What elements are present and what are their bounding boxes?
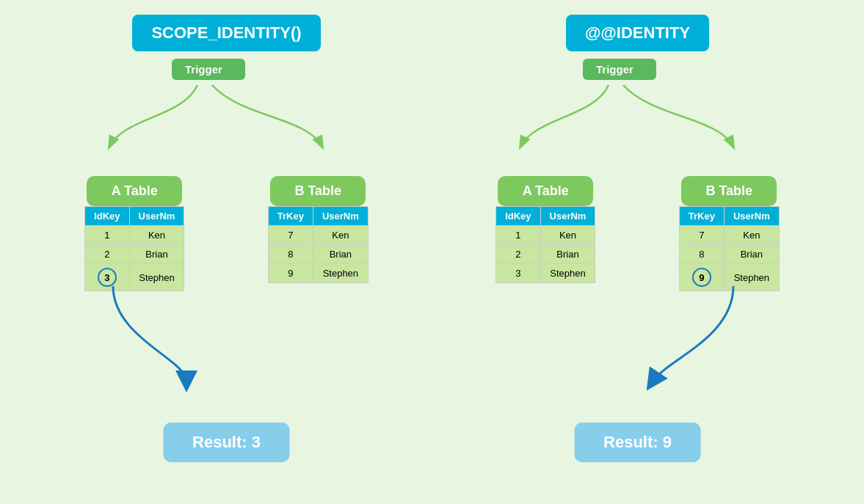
left-result-box: Result: 3	[163, 423, 290, 462]
left-a-r2-c1: 2	[85, 245, 129, 264]
right-b-r1-c2: Ken	[724, 226, 779, 245]
table-row: 7 Ken	[679, 226, 779, 245]
right-trigger-badge: Trigger	[583, 59, 656, 80]
left-table-a-col1-header: IdKey	[85, 207, 129, 226]
left-table-b-wrapper: B Table TrKey UserNm 7 Ken	[268, 176, 369, 291]
right-table-a-label: A Table	[498, 176, 593, 206]
left-table-b: TrKey UserNm 7 Ken 8 Brian	[268, 206, 369, 283]
left-trigger-badge: Trigger	[172, 59, 245, 80]
left-table-b-label: B Table	[270, 176, 366, 206]
left-a-r3-c1: 3	[85, 264, 129, 291]
left-b-r3-c2: Stephen	[313, 264, 368, 283]
left-table-a-wrapper: A Table IdKey UserNm 1 Ken	[84, 176, 184, 291]
table-row: 8 Brian	[679, 245, 779, 264]
left-table-a: IdKey UserNm 1 Ken 2 Brian	[84, 206, 184, 291]
right-table-b-label: B Table	[681, 176, 777, 206]
left-section: SCOPE_IDENTITY() Trigger	[51, 15, 403, 470]
left-b-r1-c1: 7	[268, 226, 313, 245]
right-b-r3-c2: Stephen	[724, 264, 779, 291]
table-row: 1 Ken	[496, 226, 595, 245]
right-a-r3-c1: 3	[496, 264, 540, 283]
table-row: 7 Ken	[268, 226, 368, 245]
right-result-box: Result: 9	[574, 423, 701, 462]
table-row: 9 Stephen	[679, 264, 779, 291]
right-a-r2-c1: 2	[496, 245, 540, 264]
right-b-r1-c1: 7	[679, 226, 724, 245]
table-row: 3 Stephen	[85, 264, 184, 291]
right-title: @@IDENTITY	[566, 15, 709, 51]
table-row: 9 Stephen	[268, 264, 368, 283]
right-circle-9: 9	[692, 268, 711, 287]
left-circle-3: 3	[98, 268, 117, 287]
right-a-r1-c1: 1	[496, 226, 540, 245]
left-table-a-label: A Table	[87, 176, 182, 206]
right-b-r2-c2: Brian	[724, 245, 779, 264]
right-a-r3-c2: Stephen	[540, 264, 595, 283]
right-table-b: TrKey UserNm 7 Ken 8 Brian	[679, 206, 780, 291]
left-b-r2-c1: 8	[268, 245, 313, 264]
right-table-a: IdKey UserNm 1 Ken 2 Brian	[495, 206, 595, 283]
table-row: 1 Ken	[85, 226, 184, 245]
right-tables-row: A Table IdKey UserNm 1 Ken	[462, 176, 814, 291]
left-b-r1-c2: Ken	[313, 226, 368, 245]
right-table-a-wrapper: A Table IdKey UserNm 1 Ken	[495, 176, 595, 291]
table-row: 2 Brian	[496, 245, 595, 264]
right-table-a-col2-header: UserNm	[540, 207, 595, 226]
left-b-r3-c1: 9	[268, 264, 313, 283]
right-section: @@IDENTITY Trigger A Table	[462, 15, 814, 470]
left-a-r2-c2: Brian	[129, 245, 184, 264]
left-a-r1-c2: Ken	[129, 226, 184, 245]
left-table-b-col2-header: UserNm	[313, 207, 368, 226]
right-table-b-col1-header: TrKey	[679, 207, 724, 226]
right-a-r1-c2: Ken	[540, 226, 595, 245]
right-a-r2-c2: Brian	[540, 245, 595, 264]
left-table-b-col1-header: TrKey	[268, 207, 313, 226]
right-table-b-wrapper: B Table TrKey UserNm 7 Ken	[679, 176, 780, 291]
left-a-r1-c1: 1	[85, 226, 129, 245]
table-row: 3 Stephen	[496, 264, 595, 283]
right-table-a-col1-header: IdKey	[496, 207, 540, 226]
main-container: SCOPE_IDENTITY() Trigger	[0, 0, 864, 504]
left-title: SCOPE_IDENTITY()	[132, 15, 320, 51]
left-b-r2-c2: Brian	[313, 245, 368, 264]
right-table-b-col2-header: UserNm	[724, 207, 779, 226]
right-b-r3-c1: 9	[679, 264, 724, 291]
left-a-r3-c2: Stephen	[129, 264, 184, 291]
right-b-r2-c1: 8	[679, 245, 724, 264]
table-row: 8 Brian	[268, 245, 368, 264]
left-table-a-col2-header: UserNm	[129, 207, 184, 226]
left-tables-row: A Table IdKey UserNm 1 Ken	[51, 176, 403, 291]
table-row: 2 Brian	[85, 245, 184, 264]
